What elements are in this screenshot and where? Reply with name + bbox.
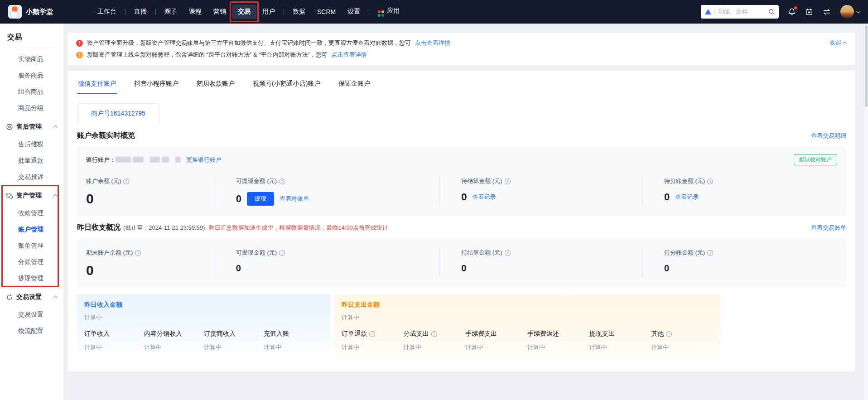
nav-item-workbench[interactable]: 工作台: [92, 5, 122, 19]
expense-card-total: 计算中: [342, 313, 713, 322]
sidebar-item-split-mgmt[interactable]: 分账管理: [0, 254, 63, 270]
sidebar-item-combo-goods[interactable]: 组合商品: [0, 83, 63, 100]
col-value: 计算中: [264, 343, 323, 352]
merchant-id-tab[interactable]: 商户号1614312795: [77, 103, 159, 124]
info-icon[interactable]: i: [279, 178, 285, 184]
scrollbar-thumb[interactable]: [865, 25, 868, 107]
nav-item-course[interactable]: 课程: [183, 5, 207, 19]
page-scrollbar[interactable]: [863, 24, 868, 400]
stat-withdrawable-y: 可提现金额 (元)i 0: [214, 248, 439, 277]
nav-item-live[interactable]: 直播: [128, 5, 153, 19]
income-columns: 订单收入 计算中 内容分销收入 计算中 订货商收入 计算中 充值入账: [84, 330, 323, 352]
coins-icon: [6, 192, 13, 199]
col-value: 计算中: [204, 343, 264, 352]
stat-value: 0: [236, 194, 241, 204]
sidebar-group-asset[interactable]: 资产管理: [0, 187, 63, 205]
notice-row-2: ! 新版资产管理上线全新对账教程，包含详细的 “跨平台对账方法” & “平台内部…: [76, 50, 847, 60]
sidebar-item-account-mgmt[interactable]: 账户管理: [0, 221, 63, 237]
info-icon[interactable]: i: [369, 331, 375, 337]
info-icon[interactable]: i: [666, 331, 672, 337]
yesterday-title: 昨日收支概况: [77, 223, 121, 232]
sidebar-item-trade-settings[interactable]: 交易设置: [0, 306, 63, 323]
notice-row-1: ! 资产管理全面升级，新版资产管理交易账单与第三方平台如微信支付、支付宝记账时间…: [76, 38, 847, 48]
sidebar-item-collection-mgmt[interactable]: 收款管理: [0, 205, 63, 221]
sidebar-item-bill-mgmt[interactable]: 账单管理: [0, 237, 63, 254]
stat-pending-split-y: 待分账金额 (元)i 0: [642, 248, 837, 277]
nav-item-users[interactable]: 用户: [256, 5, 281, 19]
sidebar-group-trade-settings[interactable]: 交易设置: [0, 288, 63, 306]
view-trade-detail-link[interactable]: 查看交易明细: [811, 132, 846, 140]
nav-item-apps-label: 应用: [387, 7, 400, 14]
tab-deposit-account[interactable]: 保证金账户: [338, 79, 371, 94]
notice-link-2[interactable]: 点击查看详情: [332, 50, 367, 60]
stat-value: 0: [461, 192, 467, 202]
info-icon[interactable]: i: [279, 250, 285, 256]
expense-col-fee: 手续费支出 计算中: [465, 330, 527, 352]
brand[interactable]: 小鹅学堂: [8, 5, 84, 19]
col-value: 计算中: [144, 343, 204, 352]
stat-value: 0: [86, 192, 94, 206]
sidebar-item-physical-goods[interactable]: 实物商品: [0, 51, 63, 67]
view-trade-bill-link[interactable]: 查看交易账单: [811, 224, 846, 232]
sidebar-item-logistics-config[interactable]: 物流配置: [0, 323, 63, 339]
view-statement-link[interactable]: 查看对账单: [280, 195, 309, 203]
notification-badge: [794, 6, 797, 10]
nav-item-trade[interactable]: 交易: [232, 5, 256, 19]
tab-ebei-collection-account[interactable]: 鹅贝收款账户: [196, 79, 236, 94]
sidebar-group-aftersale[interactable]: 售后管理: [0, 118, 63, 136]
switch-shop-icon[interactable]: [822, 8, 831, 15]
nav-item-settings[interactable]: 设置: [342, 5, 366, 19]
sidebar-group-asset-label: 资产管理: [16, 192, 42, 200]
tab-wechat-pay-account[interactable]: 微信支付账户: [77, 79, 117, 94]
view-records-link[interactable]: 查看记录: [473, 193, 496, 201]
notice-link-1[interactable]: 点击查看详情: [415, 38, 450, 48]
redacted-text: [116, 157, 131, 163]
info-icon[interactable]: i: [505, 250, 511, 256]
col-label: 内容分销收入: [144, 330, 182, 338]
info-icon[interactable]: i: [707, 250, 713, 256]
col-value: 计算中: [404, 343, 466, 352]
income-col-distribution: 内容分销收入 计算中: [144, 330, 204, 352]
info-icon[interactable]: i: [431, 331, 437, 337]
income-card: 昨日收入金额 计算中 订单收入 计算中 内容分销收入 计算中 订货商收入: [77, 294, 331, 360]
nav-item-marketing[interactable]: 营销: [207, 5, 232, 19]
sidebar-item-batch-refund[interactable]: 批量退款: [0, 152, 63, 169]
nav-divider: [155, 9, 156, 15]
withdraw-button[interactable]: 提现: [247, 192, 274, 206]
search-input[interactable]: 功能、文档: [718, 8, 765, 16]
view-records-link[interactable]: 查看记录: [675, 193, 699, 201]
expense-card-title: 昨日支出金额: [342, 301, 713, 309]
info-icon[interactable]: i: [135, 250, 141, 256]
stat-label: 待分账金额 (元): [664, 249, 705, 257]
calendar-icon[interactable]: [805, 8, 813, 16]
sidebar-item-aftersale-rights[interactable]: 售后维权: [0, 136, 63, 152]
notice-banner: ! 资产管理全面升级，新版资产管理交易账单与第三方平台如微信支付、支付宝记账时间…: [68, 33, 855, 65]
sidebar-item-trade-complaint[interactable]: 交易投诉: [0, 169, 63, 185]
sidebar-item-goods-group[interactable]: 商品分组: [0, 100, 63, 116]
sidebar-item-withdraw-mgmt[interactable]: 提现管理: [0, 270, 63, 286]
collapse-notices-link[interactable]: 收起: [829, 39, 846, 47]
bank-account-label: 银行账户：: [86, 156, 116, 164]
tab-channels-shop-account[interactable]: 视频号(小鹅通小店)账户: [252, 79, 321, 94]
nav-item-data[interactable]: 数据: [287, 5, 311, 19]
search-icon[interactable]: [768, 9, 775, 15]
notification-bell-icon[interactable]: [788, 8, 796, 16]
tab-douyin-miniapp-account[interactable]: 抖音小程序账户: [133, 79, 179, 94]
nav-item-circle[interactable]: 圈子: [159, 5, 183, 19]
sidebar-item-service-goods[interactable]: 服务商品: [0, 67, 63, 83]
notice-text-1: 资产管理全面升级，新版资产管理交易账单与第三方平台如微信支付、支付宝记账时间一致…: [87, 38, 411, 48]
info-icon[interactable]: i: [707, 178, 713, 184]
avatar[interactable]: [840, 5, 854, 19]
col-value: 计算中: [84, 343, 144, 352]
info-icon[interactable]: i: [123, 178, 129, 184]
nav-item-scrm[interactable]: SCRM: [311, 5, 342, 19]
notice-text-2: 新版资产管理上线全新对账教程，包含详细的 “跨平台对账方法” & “平台内部对账…: [87, 50, 328, 60]
income-col-supplier: 订货商收入 计算中: [204, 330, 264, 352]
nav-item-apps[interactable]: 应用: [372, 4, 405, 20]
change-bank-account-link[interactable]: 更换银行账户: [186, 156, 222, 164]
global-search[interactable]: 功能、文档: [701, 5, 779, 19]
stat-value: 0: [236, 264, 241, 273]
brand-name: 小鹅学堂: [26, 8, 53, 16]
info-icon[interactable]: i: [505, 178, 511, 184]
account-menu[interactable]: [840, 5, 860, 19]
